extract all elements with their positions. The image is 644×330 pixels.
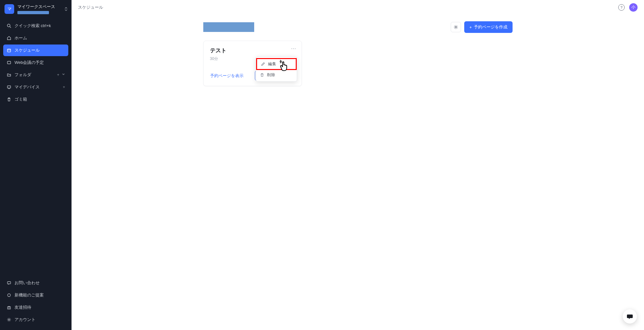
- button-label: 予約ページを作成: [474, 24, 507, 30]
- sidebar-item-label: マイデバイス: [14, 84, 40, 90]
- card-title: テスト: [210, 47, 295, 54]
- sidebar-item-home[interactable]: ホーム: [3, 32, 68, 44]
- gear-icon: [453, 25, 458, 30]
- sidebar-item-feature-suggest[interactable]: 新機能のご提案: [3, 289, 68, 301]
- folder-icon: [6, 73, 11, 77]
- settings-button[interactable]: [451, 22, 461, 32]
- sidebar-item-label: フォルダ: [14, 72, 31, 78]
- expand-collapse-icon[interactable]: [64, 7, 68, 11]
- sidebar-item-folder[interactable]: フォルダ +: [3, 69, 68, 81]
- booking-card: テスト ⋯ 編集: [203, 41, 302, 86]
- breadcrumb: スケジュール: [78, 5, 103, 10]
- svg-rect-2: [7, 49, 11, 52]
- sparkle-icon: [6, 293, 11, 298]
- sidebar-item-account[interactable]: アカウント: [3, 314, 68, 325]
- primary-nav: クイック検索 ctrl+k ホーム スケジュール Web会議の予定 フォルダ +…: [0, 18, 72, 107]
- sidebar-item-label: ホーム: [14, 35, 27, 41]
- card-more-button[interactable]: ⋯ 編集: [291, 45, 296, 52]
- svg-point-11: [8, 319, 10, 320]
- svg-point-8: [7, 294, 10, 297]
- sidebar-item-trash[interactable]: ゴミ箱: [3, 94, 68, 105]
- svg-point-12: [455, 26, 457, 28]
- page-title-placeholder: [203, 22, 254, 32]
- svg-rect-5: [7, 86, 11, 88]
- svg-rect-7: [7, 282, 11, 284]
- menu-item-label: 削除: [267, 72, 275, 78]
- workspace-usage-bar: [17, 11, 49, 14]
- chat-support-button[interactable]: [623, 309, 637, 324]
- main-content: スケジュール ? 小 + 予約ページを作成 テスト ⋯: [72, 0, 644, 330]
- search-icon: [6, 24, 11, 28]
- sidebar-item-label: 友達招待: [14, 305, 31, 310]
- trash-icon: [260, 73, 264, 77]
- sidebar-item-label: お問い合わせ: [14, 280, 40, 286]
- menu-item-delete[interactable]: 削除: [256, 70, 297, 80]
- workspace-switcher[interactable]: マ マイワークスペース: [0, 0, 72, 18]
- chevron-down-icon[interactable]: [62, 73, 65, 77]
- device-icon: [6, 85, 11, 90]
- chat-icon: [626, 313, 633, 320]
- edit-icon: [261, 62, 265, 66]
- meeting-icon: [6, 60, 11, 65]
- card-dropdown-menu: 編集 削除: [256, 56, 297, 82]
- plus-icon[interactable]: +: [63, 85, 65, 89]
- sidebar-item-contact[interactable]: お問い合わせ: [3, 277, 68, 289]
- trash-icon: [6, 97, 11, 102]
- sidebar-item-web-meeting[interactable]: Web会議の予定: [3, 57, 68, 68]
- svg-rect-4: [7, 61, 11, 64]
- user-avatar[interactable]: 小: [629, 3, 638, 12]
- workspace-name: マイワークスペース: [17, 4, 55, 10]
- sidebar-item-my-device[interactable]: マイデバイス +: [3, 81, 68, 93]
- message-icon: [6, 281, 11, 285]
- menu-item-edit[interactable]: 編集: [256, 58, 297, 70]
- gear-icon: [6, 317, 11, 322]
- menu-item-label: 編集: [268, 61, 276, 67]
- view-booking-page-link[interactable]: 予約ページを表示: [210, 73, 244, 79]
- sidebar-item-schedule[interactable]: スケジュール: [3, 45, 68, 56]
- sidebar: マ マイワークスペース クイック検索 ctrl+k ホーム スケジュール Web…: [0, 0, 72, 330]
- content-area: + 予約ページを作成 テスト ⋯ 編集: [72, 15, 644, 330]
- svg-line-1: [10, 27, 11, 28]
- plus-icon[interactable]: +: [57, 73, 59, 77]
- calendar-icon: [6, 48, 11, 53]
- footer-nav: お問い合わせ 新機能のご提案 友達招待 アカウント: [0, 275, 72, 330]
- plus-icon: +: [469, 25, 472, 30]
- help-button[interactable]: ?: [618, 4, 625, 11]
- sidebar-item-label: Web会議の予定: [14, 60, 44, 65]
- sidebar-item-label: アカウント: [14, 317, 35, 323]
- gift-icon: [6, 305, 11, 310]
- sidebar-item-quick-search[interactable]: クイック検索 ctrl+k: [3, 20, 68, 32]
- sidebar-item-label: 新機能のご提案: [14, 292, 44, 298]
- sidebar-item-label: ゴミ箱: [14, 96, 27, 102]
- workspace-badge: マ: [5, 4, 14, 14]
- topbar: スケジュール ? 小: [72, 0, 644, 15]
- sidebar-item-label: クイック検索 ctrl+k: [14, 23, 51, 29]
- create-booking-page-button[interactable]: + 予約ページを作成: [464, 21, 513, 33]
- sidebar-item-invite[interactable]: 友達招待: [3, 302, 68, 313]
- home-icon: [6, 36, 11, 41]
- svg-point-0: [7, 24, 10, 27]
- sidebar-item-label: スケジュール: [14, 47, 40, 53]
